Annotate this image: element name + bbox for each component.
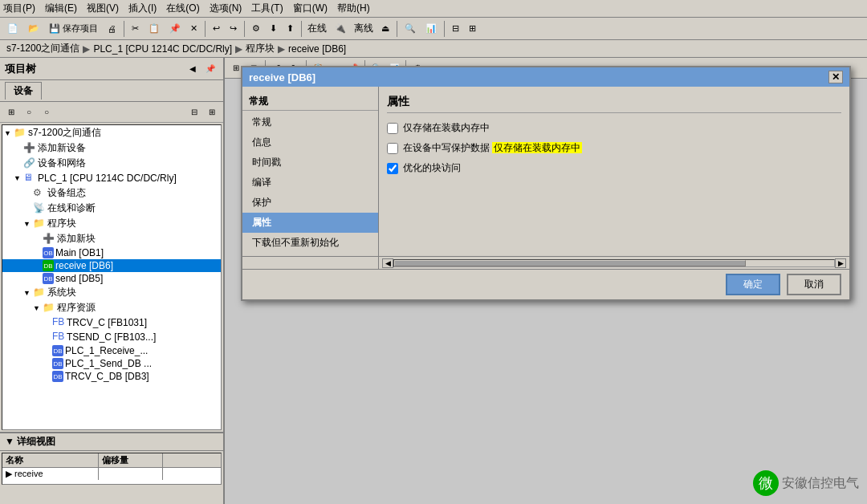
- modal-nav-attributes[interactable]: 属性: [242, 213, 378, 233]
- add-icon: ➕: [23, 142, 36, 155]
- project-tree[interactable]: ▼ 📁 s7-1200之间通信 ➕ 添加新设备 🔗 设备和网络 ▼ 🖥: [2, 124, 222, 430]
- breadcrumb-part4[interactable]: receive [DB6]: [288, 43, 346, 55]
- menu-insert[interactable]: 插入(I): [128, 2, 157, 15]
- sep4: [301, 21, 302, 37]
- menu-edit[interactable]: 编辑(E): [45, 2, 77, 15]
- tree-item-diag[interactable]: 📡 在线和诊断: [2, 201, 221, 216]
- modal-hscrollbar[interactable]: ◀ ▶: [379, 257, 849, 269]
- menu-help[interactable]: 帮助(H): [337, 2, 370, 15]
- modal-cancel-btn[interactable]: 取消: [787, 274, 841, 295]
- tree-label-send: send [DB5]: [55, 273, 103, 284]
- receive-db6-dialog: receive [DB6] ✕ 常规 常规 信息 时间戳 编译 保护 属性 下载…: [241, 66, 851, 301]
- copy-btn[interactable]: 📋: [144, 21, 164, 36]
- detail-view-title: ▼ 详细视图: [5, 435, 55, 449]
- undo-btn[interactable]: ↩: [209, 21, 224, 36]
- download-btn[interactable]: ⬇: [266, 21, 281, 36]
- sep3: [244, 21, 245, 37]
- tree-toolbar-btn5[interactable]: ⊞: [204, 105, 220, 120]
- modal-nav-compile[interactable]: 编译: [242, 173, 378, 193]
- menu-tools[interactable]: 工具(T): [251, 2, 283, 15]
- go-offline-btn[interactable]: ⏏: [377, 21, 393, 36]
- col-name: 名称: [2, 453, 99, 467]
- tree-item-trcvcdb[interactable]: DB TRCV_C_DB [DB3]: [2, 370, 221, 383]
- panel-pin-btn[interactable]: 📌: [202, 62, 218, 76]
- modal-nav-protect[interactable]: 保护: [242, 193, 378, 213]
- tree-toolbar-btn3[interactable]: ○: [39, 105, 55, 120]
- new-btn[interactable]: 📄: [3, 21, 22, 36]
- modal-overlay: receive [DB6] ✕ 常规 常规 信息 时间戳 编译 保护 属性 下载…: [225, 58, 867, 504]
- monitor-btn[interactable]: 📊: [421, 21, 441, 36]
- tree-label-tsendc: TSEND_C [FB103...]: [67, 331, 156, 343]
- breadcrumb-part1[interactable]: s7-1200之间通信: [6, 42, 79, 55]
- devices-tab[interactable]: 设备: [5, 82, 42, 100]
- hscroll-right-btn[interactable]: ▶: [835, 258, 846, 268]
- addblock-icon: ➕: [43, 233, 55, 246]
- tree-item-progblocks[interactable]: ▼ 📁 程序块: [2, 216, 221, 231]
- sep6: [444, 21, 445, 37]
- tree-item-sysblock[interactable]: ▼ 📁 系统块: [2, 285, 221, 300]
- tree-label-receive: receive [DB6]: [55, 260, 113, 271]
- print-btn[interactable]: 🖨: [104, 22, 120, 36]
- tree-label-trcvc: TRCV_C [FB1031]: [67, 317, 147, 328]
- tree-toolbar-btn4[interactable]: ⊟: [186, 105, 202, 120]
- modal-close-btn[interactable]: ✕: [828, 71, 843, 83]
- menu-project[interactable]: 项目(P): [3, 2, 35, 15]
- tree-item-trcvc[interactable]: FB TRCV_C [FB1031]: [2, 315, 221, 330]
- sep5: [397, 21, 397, 37]
- attr-checkbox-3[interactable]: [387, 163, 398, 174]
- modal-nav-general[interactable]: 常规: [242, 112, 378, 132]
- tree-item-plc1[interactable]: ▼ 🖥 PLC_1 [CPU 1214C DC/DC/Rly]: [2, 171, 221, 185]
- hscroll-thumb[interactable]: [394, 260, 746, 266]
- project-tree-header: 项目树 ◀ 📌: [0, 58, 223, 80]
- layout-btn[interactable]: ⊟: [448, 21, 463, 36]
- detail-row-receive[interactable]: ▶ receive: [2, 468, 221, 480]
- menu-options[interactable]: 选项(N): [210, 2, 242, 15]
- go-online-btn[interactable]: 🔌: [331, 21, 350, 36]
- menu-window[interactable]: 窗口(W): [293, 2, 328, 15]
- tree-item-addblock[interactable]: ➕ 添加新块: [2, 231, 221, 246]
- upload-btn[interactable]: ⬆: [283, 21, 298, 36]
- breadcrumb-part3[interactable]: 程序块: [246, 42, 275, 55]
- tree-item-plc1recv[interactable]: DB PLC_1_Receive_...: [2, 344, 221, 357]
- layout2-btn[interactable]: ⊞: [465, 21, 480, 36]
- tree-item-config[interactable]: ⚙ 设备组态: [2, 185, 221, 201]
- delete-btn[interactable]: ✕: [186, 21, 201, 36]
- compile-btn[interactable]: ⚙: [248, 21, 264, 36]
- hscroll-track[interactable]: [393, 259, 835, 267]
- tree-item-progres[interactable]: ▼ 📁 程序资源: [2, 300, 221, 315]
- tree-item-send[interactable]: DB send [DB5]: [2, 272, 221, 285]
- plc1send-icon: DB: [52, 358, 63, 369]
- modal-nav-section: 常规: [242, 90, 378, 111]
- attr-checkbox-2[interactable]: [387, 143, 398, 154]
- breadcrumb-part2[interactable]: PLC_1 [CPU 1214C DC/DC/Rly]: [93, 43, 232, 55]
- redo-btn[interactable]: ↪: [226, 21, 241, 36]
- save-btn[interactable]: 💾 保存项目: [45, 20, 102, 37]
- tree-item-root[interactable]: ▼ 📁 s7-1200之间通信: [2, 125, 221, 140]
- tree-toolbar-btn2[interactable]: ○: [21, 105, 37, 120]
- trcvcdb-icon: DB: [52, 371, 63, 382]
- modal-nav-download[interactable]: 下载但不重新初始化: [242, 233, 378, 253]
- modal-nav-timestamp[interactable]: 时间戳: [242, 152, 378, 173]
- menu-view[interactable]: 视图(V): [87, 2, 119, 15]
- menu-online[interactable]: 在线(O): [166, 2, 199, 15]
- tree-item-network[interactable]: 🔗 设备和网络: [2, 156, 221, 171]
- modal-ok-btn[interactable]: 确定: [726, 274, 780, 295]
- receive-icon: DB: [43, 260, 54, 271]
- open-btn[interactable]: 📂: [24, 21, 43, 36]
- cut-btn[interactable]: ✂: [128, 21, 143, 36]
- attr-checkbox-1[interactable]: [387, 123, 398, 134]
- watermark: 微 安徽信控电气: [753, 470, 859, 496]
- panel-toggle-btn[interactable]: ◀: [185, 62, 201, 76]
- tree-item-main[interactable]: OB Main [OB1]: [2, 246, 221, 259]
- tree-toolbar-btn1[interactable]: ⊞: [3, 105, 19, 120]
- tree-item-tsendc[interactable]: FB TSEND_C [FB103...]: [2, 330, 221, 344]
- paste-btn[interactable]: 📌: [165, 21, 185, 36]
- tree-item-plc1send[interactable]: DB PLC_1_Send_DB ...: [2, 357, 221, 370]
- tree-label-config: 设备组态: [47, 186, 86, 200]
- diag-btn[interactable]: 🔍: [401, 21, 420, 36]
- tree-item-receive[interactable]: DB receive [DB6]: [2, 259, 221, 272]
- hscroll-left-btn[interactable]: ◀: [382, 258, 393, 268]
- tree-item-adddevice[interactable]: ➕ 添加新设备: [2, 140, 221, 156]
- modal-nav-info[interactable]: 信息: [242, 132, 378, 152]
- ob-icon: OB: [43, 247, 54, 258]
